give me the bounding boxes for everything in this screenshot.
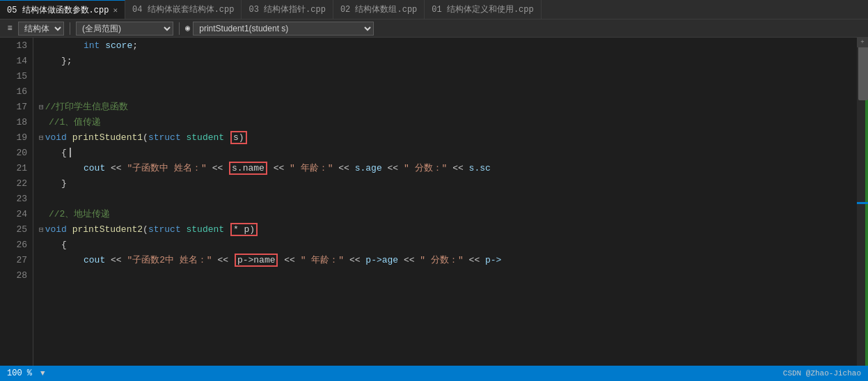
tab-5[interactable]: 01 结构体定义和使用.cpp: [425, 0, 541, 19]
line-number-gutter: 13 14 15 16 17 18 19 20 21 22 23 24 25 2…: [0, 38, 33, 366]
highlight-ptr-param: * p): [230, 223, 258, 236]
zoom-down-arrow[interactable]: ▼: [40, 369, 45, 378]
ln-16: 16: [0, 84, 33, 99]
code-line-20: {: [33, 145, 857, 160]
ln-22: 22: [0, 176, 33, 191]
tab-2[interactable]: 04 结构体嵌套结构体.cpp: [125, 0, 242, 19]
code-line-15: [33, 68, 857, 84]
highlight-s-name: s.name: [229, 162, 267, 175]
code-line-23: [33, 191, 857, 206]
tab-3[interactable]: 03 结构体指针.cpp: [242, 0, 333, 19]
code-line-16: [33, 84, 857, 99]
tab-close-button[interactable]: ✕: [113, 6, 118, 15]
scope-icon: ≡: [4, 23, 15, 34]
code-line-28: [33, 267, 857, 283]
code-line-22: }: [33, 176, 857, 191]
scrollbar-vertical[interactable]: +: [857, 38, 868, 366]
tab-2-label: 04 结构体嵌套结构体.cpp: [132, 3, 234, 15]
code-line-24: //2、地址传递: [33, 206, 857, 221]
ln-28: 28: [0, 267, 33, 283]
tab-active[interactable]: 05 结构体做函数参数.cpp ✕: [0, 0, 125, 19]
toolbar-divider-1: [70, 22, 70, 35]
ln-14: 14: [0, 53, 33, 68]
code-line-14: };: [33, 53, 857, 68]
ln-18: 18: [0, 114, 33, 130]
fold-icon-19[interactable]: ⊟: [39, 133, 44, 142]
func-indicator-icon: ◉: [185, 23, 190, 33]
highlight-p-arrow-name: p->name: [235, 254, 278, 267]
code-line-19: ⊟ void printStudent1 ( struct student s): [33, 130, 857, 145]
code-line-17: ⊟ //打印学生信息函数: [33, 99, 857, 114]
ln-20: 20: [0, 145, 33, 160]
code-line-13: int score;: [33, 38, 857, 53]
code-line-21: cout << "子函数中 姓名：" << s.name << " 年龄：" <…: [33, 160, 857, 176]
scrollbar-top-button[interactable]: +: [857, 38, 868, 47]
code-line-25: ⊟ void printStudent2 ( struct student * …: [33, 221, 857, 237]
editor-container: 13 14 15 16 17 18 19 20 21 22 23 24 25 2…: [0, 38, 868, 366]
status-left: 100 % ▼: [7, 368, 45, 378]
ln-23: 23: [0, 191, 33, 206]
ln-21: 21: [0, 160, 33, 176]
fold-icon-17[interactable]: ⊟: [39, 102, 44, 111]
ln-27: 27: [0, 252, 33, 267]
highlight-s-param: s): [230, 131, 247, 144]
toolbar-divider-2: [179, 22, 180, 35]
status-bar: 100 % ▼ CSDN @Zhao-Jichao: [0, 366, 868, 381]
code-area[interactable]: int score; }; ⊟ //打印学生信息函数 //1、值传递 ⊟ voi…: [33, 38, 857, 366]
code-line-18: //1、值传递: [33, 114, 857, 130]
scope-select[interactable]: 结构体: [18, 22, 64, 36]
fold-icon-25[interactable]: ⊟: [39, 225, 44, 234]
ln-15: 15: [0, 68, 33, 84]
scroll-position-indicator: [857, 202, 868, 204]
toolbar: ≡ 结构体 (全局范围) ◉ printStudent1(student s): [0, 20, 868, 38]
scrollbar-thumb[interactable]: [858, 45, 868, 100]
ln-24: 24: [0, 206, 33, 221]
ln-13: 13: [0, 38, 33, 53]
tab-3-label: 03 结构体指针.cpp: [248, 3, 325, 15]
code-line-26: {: [33, 237, 857, 252]
ln-26: 26: [0, 237, 33, 252]
tab-label: 05 结构体做函数参数.cpp: [7, 4, 109, 16]
chevron-up-icon: +: [860, 39, 864, 46]
status-right: CSDN @Zhao-Jichao: [783, 369, 861, 378]
func-select[interactable]: printStudent1(student s): [193, 22, 374, 36]
tab-4-label: 02 结构体数组.cpp: [340, 3, 417, 15]
ln-17: 17: [0, 99, 33, 114]
ln-25: 25: [0, 221, 33, 237]
tab-4[interactable]: 02 结构体数组.cpp: [333, 0, 425, 19]
watermark: CSDN @Zhao-Jichao: [783, 369, 861, 378]
scope2-select[interactable]: (全局范围): [76, 22, 173, 36]
code-line-27: cout << "子函数2中 姓名：" << p->name << " 年龄："…: [33, 252, 857, 267]
tab-5-label: 01 结构体定义和使用.cpp: [432, 3, 533, 15]
zoom-level: 100 %: [7, 368, 32, 378]
ln-19: 19: [0, 130, 33, 145]
tab-bar: 05 结构体做函数参数.cpp ✕ 04 结构体嵌套结构体.cpp 03 结构体…: [0, 0, 868, 20]
